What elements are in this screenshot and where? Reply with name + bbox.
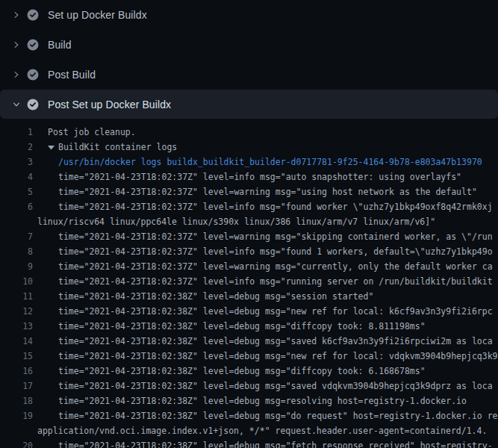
log-row: 16time="2021-04-23T18:02:38Z" level=debu… bbox=[0, 364, 498, 379]
actions-log-viewer: Set up Docker Buildx Build Post Build Po… bbox=[0, 0, 498, 448]
log-text: BuildKit container logs bbox=[58, 140, 177, 155]
line-number[interactable]: 13 bbox=[0, 319, 33, 334]
line-number[interactable]: 7 bbox=[0, 229, 33, 244]
log-row: 8time="2021-04-23T18:02:37Z" level=info … bbox=[0, 244, 498, 259]
line-number bbox=[0, 423, 33, 438]
chevron-right-icon bbox=[10, 9, 22, 21]
log-row: 12time="2021-04-23T18:02:38Z" level=debu… bbox=[0, 304, 498, 319]
step-label: Set up Docker Buildx bbox=[48, 9, 147, 21]
log-row: 3/usr/bin/docker logs buildx_buildkit_bu… bbox=[0, 155, 498, 169]
line-number[interactable]: 16 bbox=[0, 364, 33, 379]
log-row: 17time="2021-04-23T18:02:38Z" level=debu… bbox=[0, 379, 498, 393]
log-text: time="2021-04-23T18:02:38Z" level=debug … bbox=[58, 379, 493, 393]
line-number[interactable]: 15 bbox=[0, 349, 33, 364]
log-row: 19time="2021-04-23T18:02:38Z" level=debu… bbox=[0, 408, 498, 423]
log-row: linux/riscv64 linux/ppc64le linux/s390x … bbox=[0, 214, 498, 229]
log-text: time="2021-04-23T18:02:38Z" level=debug … bbox=[58, 393, 467, 408]
step-header-post-build[interactable]: Post Build bbox=[0, 60, 498, 90]
command-text: /usr/bin/docker logs buildx_buildkit_bui… bbox=[58, 155, 482, 169]
log-text: time="2021-04-23T18:02:38Z" level=debug … bbox=[58, 319, 426, 334]
log-text: Post job cleanup. bbox=[48, 125, 136, 140]
log-text: time="2021-04-23T18:02:37Z" level=info m… bbox=[58, 199, 493, 214]
log-text: time="2021-04-23T18:02:37Z" level=warnin… bbox=[58, 184, 477, 199]
log-text: time="2021-04-23T18:02:38Z" level=debug … bbox=[58, 408, 498, 423]
log-text: time="2021-04-23T18:02:38Z" level=debug … bbox=[58, 289, 373, 304]
step-list: Set up Docker Buildx Build Post Build Po… bbox=[0, 0, 498, 119]
step-header-post-set-up-docker-buildx[interactable]: Post Set up Docker Buildx bbox=[0, 90, 498, 119]
log-row: 2BuildKit container logs bbox=[0, 140, 498, 155]
line-number[interactable]: 8 bbox=[0, 244, 33, 259]
log-row: 5time="2021-04-23T18:02:37Z" level=warni… bbox=[0, 184, 498, 199]
check-circle-icon bbox=[27, 39, 39, 51]
log-text: time="2021-04-23T18:02:37Z" level=warnin… bbox=[58, 229, 493, 244]
line-number[interactable]: 3 bbox=[0, 155, 33, 169]
log-text: time="2021-04-23T18:02:38Z" level=debug … bbox=[58, 304, 493, 319]
log-text: time="2021-04-23T18:02:37Z" level=info m… bbox=[58, 244, 493, 259]
log-row: 7time="2021-04-23T18:02:37Z" level=warni… bbox=[0, 229, 498, 244]
step-label: Post Set up Docker Buildx bbox=[48, 99, 171, 111]
check-circle-icon bbox=[27, 9, 39, 21]
chevron-down-icon bbox=[10, 99, 22, 111]
log-row: application/vnd.oci.image.index.v1+json,… bbox=[0, 423, 498, 438]
chevron-right-icon bbox=[10, 69, 22, 81]
check-circle-icon bbox=[27, 69, 39, 81]
step-label: Build bbox=[48, 39, 72, 51]
line-number[interactable]: 11 bbox=[0, 289, 33, 304]
log-row: 14time="2021-04-23T18:02:38Z" level=debu… bbox=[0, 334, 498, 349]
line-number[interactable]: 4 bbox=[0, 169, 33, 184]
log-row: 9time="2021-04-23T18:02:37Z" level=warni… bbox=[0, 259, 498, 274]
log-row: 11time="2021-04-23T18:02:38Z" level=debu… bbox=[0, 289, 498, 304]
log-text: time="2021-04-23T18:02:38Z" level=debug … bbox=[58, 334, 493, 349]
line-number[interactable]: 6 bbox=[0, 199, 33, 214]
log-row: 20time="2021-04-23T18:02:38Z" level=debu… bbox=[0, 438, 498, 448]
step-header-set-up-docker-buildx[interactable]: Set up Docker Buildx bbox=[0, 0, 498, 30]
line-number[interactable]: 19 bbox=[0, 408, 33, 423]
log-row: 4time="2021-04-23T18:02:37Z" level=info … bbox=[0, 169, 498, 184]
step-label: Post Build bbox=[48, 69, 96, 81]
log-text: time="2021-04-23T18:02:37Z" level=warnin… bbox=[58, 259, 493, 274]
log-text: time="2021-04-23T18:02:38Z" level=debug … bbox=[58, 364, 426, 379]
step-header-build[interactable]: Build bbox=[0, 30, 498, 60]
log-text: time="2021-04-23T18:02:38Z" level=debug … bbox=[58, 349, 498, 364]
log-row: 10time="2021-04-23T18:02:37Z" level=info… bbox=[0, 274, 498, 289]
log-row: 13time="2021-04-23T18:02:38Z" level=debu… bbox=[0, 319, 498, 334]
line-number[interactable]: 12 bbox=[0, 304, 33, 319]
line-number[interactable]: 17 bbox=[0, 379, 33, 393]
log-text: time="2021-04-23T18:02:37Z" level=info m… bbox=[58, 274, 493, 289]
line-number[interactable]: 10 bbox=[0, 274, 33, 289]
log-row: 1Post job cleanup. bbox=[0, 125, 498, 140]
log-area: 1Post job cleanup.2BuildKit container lo… bbox=[0, 119, 498, 448]
line-number[interactable]: 20 bbox=[0, 438, 33, 448]
log-row: 18time="2021-04-23T18:02:38Z" level=debu… bbox=[0, 393, 498, 408]
chevron-right-icon bbox=[10, 39, 22, 51]
line-number[interactable]: 18 bbox=[0, 393, 33, 408]
log-row: 15time="2021-04-23T18:02:38Z" level=debu… bbox=[0, 349, 498, 364]
log-text: time="2021-04-23T18:02:37Z" level=info m… bbox=[58, 169, 461, 184]
check-circle-icon bbox=[27, 99, 39, 111]
line-number bbox=[0, 214, 33, 229]
log-row: 6time="2021-04-23T18:02:37Z" level=info … bbox=[0, 199, 498, 214]
line-number[interactable]: 2 bbox=[0, 140, 33, 155]
line-number[interactable]: 14 bbox=[0, 334, 33, 349]
log-text: application/vnd.oci.image.index.v1+json,… bbox=[37, 423, 487, 438]
group-toggle-triangle-down-icon[interactable] bbox=[48, 140, 58, 155]
line-number[interactable]: 1 bbox=[0, 125, 33, 140]
log-text: time="2021-04-23T18:02:38Z" level=debug … bbox=[58, 438, 493, 448]
line-number[interactable]: 9 bbox=[0, 259, 33, 274]
line-number[interactable]: 5 bbox=[0, 184, 33, 199]
log-text: linux/riscv64 linux/ppc64le linux/s390x … bbox=[37, 214, 435, 229]
